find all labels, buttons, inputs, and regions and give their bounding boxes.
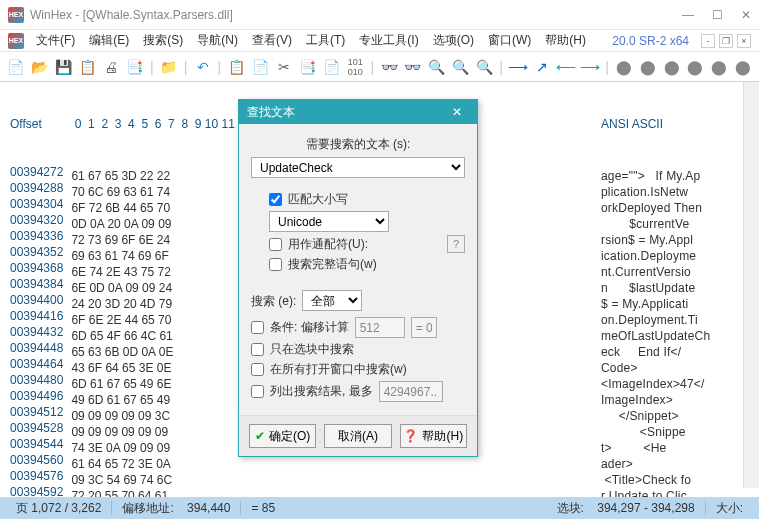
menu-help[interactable]: 帮助(H) <box>539 30 592 51</box>
close-button[interactable]: ✕ <box>741 8 751 22</box>
back-icon[interactable]: ⟵ <box>556 57 576 77</box>
app-icon: HEX <box>8 7 24 23</box>
list-checkbox[interactable] <box>251 385 264 398</box>
size-label: 大小: <box>706 500 753 517</box>
statusbar: 页 1,072 / 3,262 偏移地址: 394,440 = 85 选块: 3… <box>0 497 759 519</box>
find-text-dialog: 查找文本 ✕ 需要搜索的文本 (s): UpdateCheck 匹配大小写 Un… <box>238 99 478 457</box>
disk4-icon[interactable]: ⬤ <box>685 57 705 77</box>
wildcard-checkbox[interactable] <box>269 238 282 251</box>
offset-label: 偏移地址: 394,440 <box>112 500 240 517</box>
minimize-button[interactable]: — <box>682 8 694 22</box>
saveas-icon[interactable]: 📋 <box>77 57 97 77</box>
eq-status: = 85 <box>241 501 285 515</box>
search-text-input[interactable]: UpdateCheck <box>251 157 465 178</box>
cut-icon[interactable]: ✂ <box>274 57 294 77</box>
window-title: WinHex - [QWhale.Syntax.Parsers.dll] <box>30 8 682 22</box>
mdi-min-icon[interactable]: - <box>701 34 715 48</box>
search-prompt: 需要搜索的文本 (s): <box>251 136 465 153</box>
paste-icon[interactable]: 📄 <box>250 57 270 77</box>
new-icon[interactable]: 📄 <box>6 57 26 77</box>
menu-search[interactable]: 搜索(S) <box>137 30 189 51</box>
cond-eq <box>411 317 437 338</box>
mdi-restore-icon[interactable]: ❐ <box>719 34 733 48</box>
menu-nav[interactable]: 导航(N) <box>191 30 244 51</box>
dialog-titlebar[interactable]: 查找文本 ✕ <box>239 100 477 124</box>
save-icon[interactable]: 💾 <box>54 57 74 77</box>
dialog-title: 查找文本 <box>247 104 295 121</box>
folder-icon[interactable]: 📁 <box>159 57 179 77</box>
menu-edit[interactable]: 编辑(E) <box>83 30 135 51</box>
in-block-checkbox[interactable] <box>251 343 264 356</box>
sep: | <box>604 57 610 77</box>
menubar: HEX 文件(F) 编辑(E) 搜索(S) 导航(N) 查看(V) 工具(T) … <box>0 30 759 52</box>
menu-specialist[interactable]: 专业工具(I) <box>353 30 424 51</box>
disk5-icon[interactable]: ⬤ <box>709 57 729 77</box>
match-case-checkbox[interactable] <box>269 193 282 206</box>
properties-icon[interactable]: 📑 <box>125 57 145 77</box>
help-button[interactable]: ❓帮助(H) <box>400 424 467 448</box>
menu-tools[interactable]: 工具(T) <box>300 30 351 51</box>
version-label: 20.0 SR-2 x64 <box>612 34 689 48</box>
menu-view[interactable]: 查看(V) <box>246 30 298 51</box>
whole-word-checkbox[interactable] <box>269 258 282 271</box>
list-max <box>379 381 443 402</box>
find-icon[interactable]: 👓 <box>379 57 399 77</box>
sep: | <box>498 57 504 77</box>
scope-select[interactable]: 全部 <box>302 290 362 311</box>
paste2-icon[interactable]: 📄 <box>322 57 342 77</box>
offset-column: Offset 00394272 00394288 00394304 003943… <box>0 82 67 488</box>
sep: | <box>216 57 222 77</box>
goto2-icon[interactable]: ↗ <box>532 57 552 77</box>
find3-icon[interactable]: 🔍 <box>451 57 471 77</box>
find2-icon[interactable]: 🔍 <box>427 57 447 77</box>
disk6-icon[interactable]: ⬤ <box>733 57 753 77</box>
cond-n <box>355 317 405 338</box>
copy-icon[interactable]: 📋 <box>226 57 246 77</box>
disk1-icon[interactable]: ⬤ <box>614 57 634 77</box>
bits-icon[interactable]: 101010 <box>345 57 365 77</box>
cancel-button[interactable]: 取消(A) <box>324 424 391 448</box>
ok-button[interactable]: ✔确定(O) <box>249 424 316 448</box>
undo-icon[interactable]: ↶ <box>193 57 213 77</box>
disk2-icon[interactable]: ⬤ <box>638 57 658 77</box>
wildcard-char[interactable]: ? <box>447 235 465 253</box>
ascii-column: ANSI ASCII age=""> If My.Ap plication.Is… <box>593 82 743 488</box>
cond-checkbox[interactable] <box>251 321 264 334</box>
find4-icon[interactable]: 🔍 <box>474 57 494 77</box>
list-label: 列出搜索结果, 最多 <box>270 383 373 400</box>
dialog-close-icon[interactable]: ✕ <box>445 105 469 119</box>
encoding-select[interactable]: Unicode <box>269 211 389 232</box>
toolbar: 📄 📂 💾 📋 🖨 📑 | 📁 | ↶ | 📋 📄 ✂ 📑 📄 101010 |… <box>0 52 759 82</box>
menu-file[interactable]: 文件(F) <box>30 30 81 51</box>
scope-label: 搜索 (e): <box>251 293 296 310</box>
whole-label: 搜索完整语句(w) <box>288 256 377 273</box>
menu-options[interactable]: 选项(O) <box>427 30 480 51</box>
wildcard-label: 用作通配符(U): <box>288 236 368 253</box>
fwd-icon[interactable]: ⟶ <box>580 57 600 77</box>
vertical-scrollbar[interactable] <box>743 82 759 488</box>
sep: | <box>149 57 155 77</box>
copy2-icon[interactable]: 📑 <box>298 57 318 77</box>
print-icon[interactable]: 🖨 <box>101 57 121 77</box>
disk3-icon[interactable]: ⬤ <box>662 57 682 77</box>
mdi-icon: HEX <box>8 33 24 49</box>
page-status: 页 1,072 / 3,262 <box>6 500 111 517</box>
titlebar: HEX WinHex - [QWhale.Syntax.Parsers.dll]… <box>0 0 759 30</box>
in-block-label: 只在选块中搜索 <box>270 341 354 358</box>
all-win-checkbox[interactable] <box>251 363 264 376</box>
cond-label: 条件: 偏移计算 <box>270 319 349 336</box>
sep: | <box>183 57 189 77</box>
open-icon[interactable]: 📂 <box>30 57 50 77</box>
goto-icon[interactable]: ⟶ <box>508 57 528 77</box>
selection-status: 选块: 394,297 - 394,298 <box>547 500 705 517</box>
findhex-icon[interactable]: 👓 <box>403 57 423 77</box>
mdi-close-icon[interactable]: × <box>737 34 751 48</box>
menu-window[interactable]: 窗口(W) <box>482 30 537 51</box>
maximize-button[interactable]: ☐ <box>712 8 723 22</box>
all-win-label: 在所有打开窗口中搜索(w) <box>270 361 407 378</box>
match-case-label: 匹配大小写 <box>288 191 348 208</box>
sep: | <box>369 57 375 77</box>
